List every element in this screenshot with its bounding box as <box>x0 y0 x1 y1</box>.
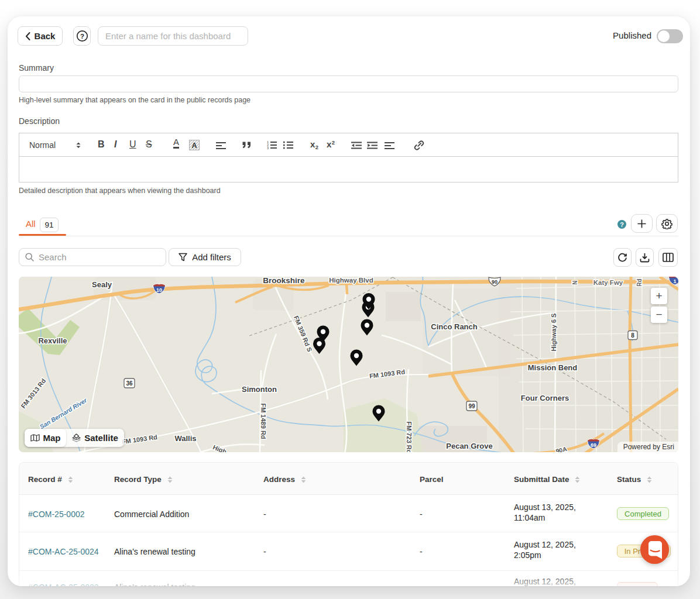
svg-text:Highway Blvd: Highway Blvd <box>329 277 373 284</box>
svg-text:N: N <box>572 280 578 284</box>
svg-text:Rexville: Rexville <box>38 336 67 345</box>
svg-text:Brookshire: Brookshire <box>263 277 305 285</box>
svg-text:FM 723 Rd: FM 723 Rd <box>406 421 413 452</box>
svg-text:8: 8 <box>631 332 634 339</box>
svg-text:3: 3 <box>267 146 269 149</box>
svg-text:Sealy: Sealy <box>92 280 112 289</box>
svg-text:10: 10 <box>156 287 162 293</box>
svg-text:A: A <box>191 142 197 150</box>
svg-text:Wallis: Wallis <box>174 434 196 443</box>
svg-text:90: 90 <box>492 279 497 285</box>
svg-text:Cinco Ranch: Cinco Ranch <box>431 322 478 331</box>
svg-text:Mission Bend: Mission Bend <box>528 363 578 372</box>
svg-text:99: 99 <box>468 403 475 409</box>
svg-text:Rd: Rd <box>636 278 643 286</box>
svg-text:Highway 6 S: Highway 6 S <box>550 314 557 352</box>
svg-text:Pecan Grove: Pecan Grove <box>446 442 493 450</box>
svg-text:36: 36 <box>126 380 133 387</box>
svg-text:Four Corners: Four Corners <box>521 394 569 402</box>
svg-text:Katy Fwy: Katy Fwy <box>593 279 623 286</box>
svg-text:?: ? <box>80 33 84 40</box>
svg-text:1: 1 <box>673 278 676 284</box>
svg-text:FM 1489 Rd: FM 1489 Rd <box>260 403 267 439</box>
svg-text:Simonton: Simonton <box>242 385 277 394</box>
svg-text:69: 69 <box>591 442 596 448</box>
